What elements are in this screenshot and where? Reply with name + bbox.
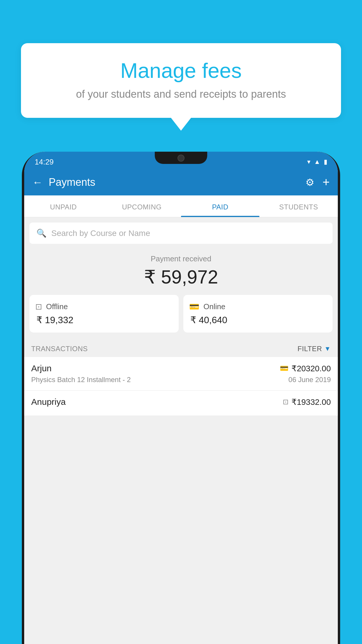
table-row[interactable]: Arjun 💳 ₹20320.00 Physics Batch 12 Insta… xyxy=(24,357,338,391)
page-title: Payments xyxy=(49,176,95,188)
tab-paid[interactable]: PAID xyxy=(181,195,259,217)
filter-icon: ▼ xyxy=(324,345,331,353)
offline-card-top: ⊡ Offline xyxy=(35,302,173,312)
phone-notch xyxy=(155,152,207,164)
tab-upcoming[interactable]: UPCOMING xyxy=(103,195,181,217)
tab-students[interactable]: STUDENTS xyxy=(259,195,338,217)
offline-label: Offline xyxy=(46,302,68,311)
offline-amount: ₹ 19,332 xyxy=(35,314,173,326)
online-amount: ₹ 40,640 xyxy=(189,314,327,326)
tooltip-subtitle: of your students and send receipts to pa… xyxy=(38,88,324,100)
card-icon-1: 💳 xyxy=(280,364,289,372)
filter-text: FILTER xyxy=(298,345,322,353)
payment-amount: ₹ 59,972 xyxy=(31,266,331,288)
payment-label: Payment received xyxy=(31,254,331,263)
back-button[interactable]: ← xyxy=(32,177,43,188)
online-card: 💳 Online ₹ 40,640 xyxy=(183,295,333,332)
search-icon: 🔍 xyxy=(36,228,47,238)
cash-icon-2: ⊡ xyxy=(283,398,289,406)
add-icon[interactable]: + xyxy=(322,175,330,189)
tabs-bar: UNPAID UPCOMING PAID STUDENTS xyxy=(24,195,338,217)
phone-screen: 14:29 ▾ ▲ ▮ ← Payments ⚙ + xyxy=(24,152,338,644)
tab-unpaid[interactable]: UNPAID xyxy=(24,195,103,217)
wifi-icon: ▾ xyxy=(307,158,310,166)
transaction-name-1: Arjun xyxy=(31,363,52,373)
phone-frame: 14:29 ▾ ▲ ▮ ← Payments ⚙ + xyxy=(22,152,340,644)
transactions-header: TRANSACTIONS FILTER ▼ xyxy=(24,340,338,357)
transaction-date-1: 06 June 2019 xyxy=(289,376,331,384)
app-header: ← Payments ⚙ + xyxy=(24,169,338,195)
signal-icon: ▲ xyxy=(314,158,320,166)
tooltip-title: Manage fees xyxy=(38,59,324,82)
payment-summary: Payment received ₹ 59,972 xyxy=(24,244,338,295)
header-right: ⚙ + xyxy=(305,175,330,189)
filter-button[interactable]: FILTER ▼ xyxy=(298,345,331,353)
status-icons: ▾ ▲ ▮ xyxy=(307,158,327,166)
settings-icon[interactable]: ⚙ xyxy=(305,176,314,188)
online-icon: 💳 xyxy=(189,302,199,312)
transactions-label: TRANSACTIONS xyxy=(31,345,88,353)
payment-cards: ⊡ Offline ₹ 19,332 💳 Online ₹ 40,640 xyxy=(24,295,338,340)
transaction-amount-2: ⊡ ₹19332.00 xyxy=(283,397,331,407)
transaction-top-1: Arjun 💳 ₹20320.00 xyxy=(31,363,331,373)
table-row[interactable]: Anupriya ⊡ ₹19332.00 xyxy=(24,391,338,416)
header-left: ← Payments xyxy=(32,176,95,188)
transaction-amount-1: 💳 ₹20320.00 xyxy=(280,364,331,373)
transaction-top-2: Anupriya ⊡ ₹19332.00 xyxy=(31,397,331,407)
offline-card: ⊡ Offline ₹ 19,332 xyxy=(29,295,179,332)
tooltip-card: Manage fees of your students and send re… xyxy=(21,43,341,118)
search-input[interactable]: Search by Course or Name xyxy=(51,229,150,238)
transactions-list: Arjun 💳 ₹20320.00 Physics Batch 12 Insta… xyxy=(24,357,338,416)
transaction-name-2: Anupriya xyxy=(31,397,66,407)
offline-icon: ⊡ xyxy=(35,302,42,312)
transaction-course-1: Physics Batch 12 Installment - 2 xyxy=(31,376,131,384)
online-card-top: 💳 Online xyxy=(189,302,327,312)
status-time: 14:29 xyxy=(35,158,54,167)
search-bar[interactable]: 🔍 Search by Course or Name xyxy=(29,223,333,244)
battery-icon: ▮ xyxy=(324,158,327,166)
phone-camera xyxy=(178,155,184,162)
transaction-bottom-1: Physics Batch 12 Installment - 2 06 June… xyxy=(31,376,331,384)
online-label: Online xyxy=(203,302,225,311)
